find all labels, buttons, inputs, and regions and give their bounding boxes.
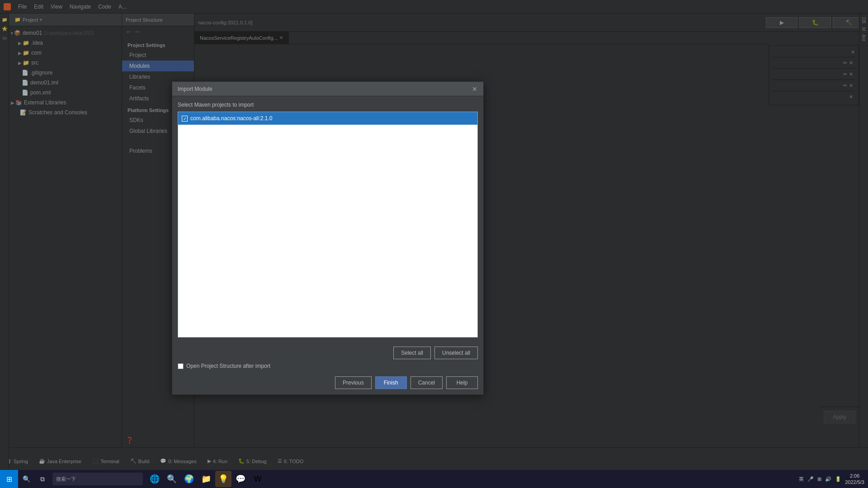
dialog-close-button[interactable]: ✕ [472,86,478,92]
search-box-placeholder: 搜索一下 [56,476,76,483]
dialog-title: Import Module [178,86,472,92]
taskbar-grid: ⊞ [817,476,821,482]
cancel-button[interactable]: Cancel [410,376,443,389]
taskbar-app-word[interactable]: W [250,471,266,487]
previous-button[interactable]: Previous [335,376,372,389]
taskbar-time-display: 2:06 [845,473,864,479]
open-ps-label: Open Project Structure after import [186,363,270,369]
maven-item-checkbox[interactable]: ✓ [182,116,188,122]
maven-project-list: ✓ com.alibaba.nacos:nacos-all:2.1.0 [178,112,478,338]
maven-item-nacos[interactable]: ✓ com.alibaba.nacos:nacos-all:2.1.0 [178,112,477,125]
help-button[interactable]: Help [446,376,478,389]
win-taskbar: ⊞ 🔍 ⧉ 搜索一下 🌐 🔍 🌍 📁 💡 💬 W 英 🎤 ⊞ 🔊 🔋 2:06 … [0,470,868,488]
dialog-body: Select Maven projects to import ✓ com.al… [172,96,483,343]
taskbar-mic: 🎤 [807,476,814,482]
select-all-button[interactable]: Select all [393,347,431,359]
taskbar-date-display: 2022/5/3 [845,479,864,485]
dialog-instruction: Select Maven projects to import [178,102,478,108]
maven-item-label: com.alibaba.nacos:nacos-all:2.1.0 [190,115,272,122]
taskbar-app-chrome[interactable]: 🌍 [181,471,197,487]
taskbar-clock[interactable]: 2:06 2022/5/3 [845,473,864,486]
taskbar-lang: 英 [799,476,804,483]
taskbar-app-ie[interactable]: 🌐 [146,471,163,487]
taskbar-right: 英 🎤 ⊞ 🔊 🔋 2:06 2022/5/3 [795,473,868,486]
taskbar-app-idea[interactable]: 💡 [215,471,231,487]
taskbar-speaker: 🔊 [825,476,831,482]
taskbar-search-box[interactable]: 搜索一下 [52,473,143,485]
unselect-all-button[interactable]: Unselect all [434,347,478,359]
dialog-action-buttons: Previous Finish Cancel Help [172,373,483,394]
taskbar-app-weixin[interactable]: 💬 [232,471,249,487]
taskbar-app-explorer[interactable]: 📁 [198,471,214,487]
taskbar-search[interactable]: 🔍 [18,471,34,487]
taskbar-taskview[interactable]: ⧉ [34,471,51,487]
taskbar-battery: 🔋 [835,476,841,482]
taskbar-app-search[interactable]: 🔍 [164,471,180,487]
finish-button[interactable]: Finish [375,376,407,389]
import-dialog: Import Module ✕ Select Maven projects to… [172,81,484,395]
dialog-bottom-bar: Select all Unselect all Open Project Str… [172,343,483,373]
open-ps-checkbox-row[interactable]: Open Project Structure after import [178,363,478,369]
taskbar-apps: 🌐 🔍 🌍 📁 💡 💬 W [145,471,795,487]
dialog-titlebar: Import Module ✕ [172,82,483,96]
open-ps-checkbox[interactable] [178,363,184,369]
select-buttons: Select all Unselect all [178,347,478,359]
start-button[interactable]: ⊞ [0,470,18,488]
